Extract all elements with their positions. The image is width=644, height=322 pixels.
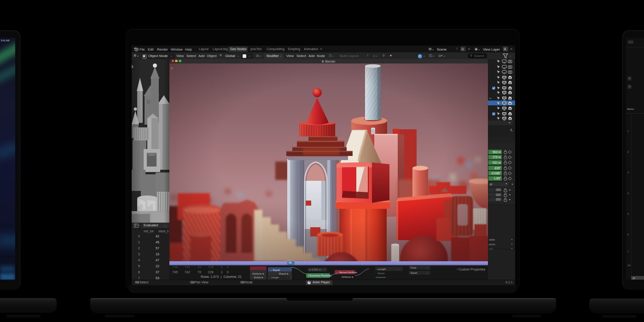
svg-text:41086°: 41086° xyxy=(491,172,501,175)
svg-text:table: table xyxy=(489,238,495,241)
svg-text:.635°: .635° xyxy=(494,167,501,170)
svg-text:000: 000 xyxy=(496,188,501,191)
svg-text:275 m: 275 m xyxy=(493,155,501,159)
svg-text:000: 000 xyxy=(496,198,501,201)
svg-text:ers: ers xyxy=(489,247,493,250)
svg-text:563 m: 563 m xyxy=(493,150,501,154)
svg-text:er: er xyxy=(490,183,493,186)
svg-text:000: 000 xyxy=(496,193,501,196)
svg-text:1.83°: 1.83° xyxy=(494,177,501,180)
svg-text:ports: ports xyxy=(489,242,495,246)
svg-text:031 m: 031 m xyxy=(493,161,501,164)
